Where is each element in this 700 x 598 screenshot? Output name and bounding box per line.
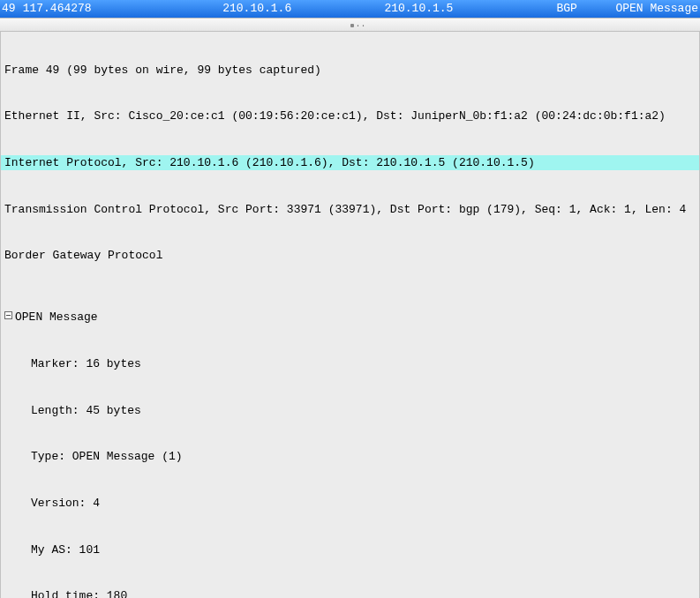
length-field[interactable]: Length: 45 bytes [1,403,699,419]
open-message-label: OPEN Message [15,310,98,324]
hold-time-field[interactable]: Hold time: 180 [1,588,699,598]
tcp-summary[interactable]: Transmission Control Protocol, Src Port:… [1,202,699,218]
marker-field[interactable]: Marker: 16 bytes [1,356,699,372]
packet-details-tree[interactable]: Frame 49 (99 bytes on wire, 99 bytes cap… [0,32,700,598]
frame-summary[interactable]: Frame 49 (99 bytes on wire, 99 bytes cap… [1,63,699,78]
col-info: OPEN Message [615,1,698,17]
col-source: 210.10.1.6 [222,1,384,17]
col-time: 117.464278 [23,1,223,17]
collapse-icon[interactable] [4,311,12,319]
packet-list-row[interactable]: 49 117.464278 210.10.1.6 210.10.1.5 BGP … [0,0,700,18]
horizontal-scrollbar[interactable]: ... [0,18,700,32]
col-proto: BGP [556,1,615,17]
scroll-marker: ... [350,19,366,31]
col-dest: 210.10.1.5 [384,1,556,17]
open-message-node[interactable]: OPEN Message [1,310,699,325]
my-as-field[interactable]: My AS: 101 [1,542,699,558]
col-number: 49 [2,1,23,17]
ethernet-summary[interactable]: Ethernet II, Src: Cisco_20:ce:c1 (00:19:… [1,108,699,124]
version-field[interactable]: Version: 4 [1,496,699,512]
ip-summary[interactable]: Internet Protocol, Src: 210.10.1.6 (210.… [1,155,699,171]
type-field[interactable]: Type: OPEN Message (1) [1,449,699,465]
bgp-header[interactable]: Border Gateway Protocol [1,248,699,264]
